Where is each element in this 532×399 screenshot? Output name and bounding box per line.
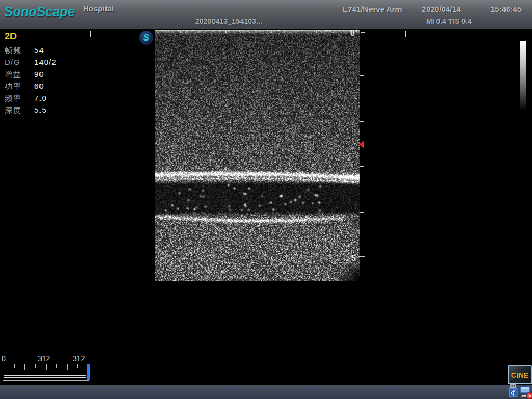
facility-name: Hospital xyxy=(83,4,114,13)
param-power: 功率60 xyxy=(5,82,57,94)
orientation-marker-icon: S xyxy=(139,31,153,45)
depth-ruler-tick xyxy=(358,256,365,257)
cine-button-label: CINE xyxy=(511,371,528,379)
usb-icon[interactable] xyxy=(508,384,518,398)
exam-time: 15:46:45 xyxy=(490,5,522,14)
depth-ruler-tick xyxy=(361,32,365,33)
focus-marker-icon[interactable] xyxy=(359,141,364,148)
header-bar: SonoScape Hospital L741/Nerve Arm 2020/0… xyxy=(0,0,532,29)
width-ruler-tick xyxy=(225,30,227,33)
param-value: 60 xyxy=(34,82,44,90)
param-dynamic-range: D/G140/2 xyxy=(5,58,57,70)
cine-track-line xyxy=(4,377,86,378)
depth-ruler-tick xyxy=(360,75,364,76)
ultrasound-screen: SonoScape Hospital L741/Nerve Arm 2020/0… xyxy=(0,0,532,399)
param-gain: 增益90 xyxy=(5,70,57,82)
footer-bar xyxy=(0,385,532,399)
width-ruler-tick xyxy=(316,30,317,33)
acoustic-indices: MI 0.4 TIS 0.4 xyxy=(426,17,472,25)
cine-frame-labels: 0 312 312 xyxy=(0,354,104,363)
param-label: 帧频 xyxy=(5,46,34,56)
network-error-badge: ✕ xyxy=(526,392,532,399)
depth-ruler-five-label: 5 xyxy=(351,254,356,263)
cine-current-label: 312 xyxy=(38,354,50,363)
cine-position-marker[interactable] xyxy=(87,364,90,380)
param-label: 频率 xyxy=(5,94,34,103)
depth-ruler-tick xyxy=(360,212,364,213)
cine-tick xyxy=(46,364,47,370)
probe-preset: L741/Nerve Arm xyxy=(343,5,402,14)
cine-tick xyxy=(67,364,68,370)
network-error-icon[interactable]: ✕ xyxy=(519,385,532,398)
width-ruler-tick xyxy=(180,30,181,33)
param-label: 增益 xyxy=(5,70,34,79)
param-label: 深度 xyxy=(5,105,34,115)
cine-tick xyxy=(56,364,57,368)
depth-ruler-tick xyxy=(360,166,364,167)
sonoscape-logo: SonoScape xyxy=(4,4,75,19)
imaging-parameters-panel: 2D 帧频54 D/G140/2 增益90 功率60 频率7.0 深度5.5 xyxy=(5,31,57,117)
param-label: D/G xyxy=(5,58,34,66)
study-id: 20200413_154103… xyxy=(195,17,263,25)
cine-tick xyxy=(24,364,25,370)
cine-tick xyxy=(35,364,36,368)
left-reference-tick xyxy=(90,31,91,37)
param-value: 54 xyxy=(34,46,44,55)
mode-label: 2D xyxy=(5,31,57,42)
param-label: 功率 xyxy=(5,82,34,91)
param-value: 140/2 xyxy=(34,58,57,66)
cine-scrubber[interactable] xyxy=(3,364,89,381)
cine-tick xyxy=(14,364,15,368)
cine-track-line xyxy=(4,375,86,376)
param-value: 7.0 xyxy=(34,94,47,102)
depth-ruler-zero-label: 0+ xyxy=(350,28,358,38)
param-value: 5.5 xyxy=(34,105,47,114)
depth-ruler-tick xyxy=(360,121,364,122)
cine-tick xyxy=(77,364,78,368)
param-frequency: 频率7.0 xyxy=(5,94,57,105)
grayscale-map-bar xyxy=(520,41,526,110)
width-ruler-tick xyxy=(271,30,272,33)
ultrasound-image[interactable] xyxy=(155,30,360,281)
param-depth: 深度5.5 xyxy=(5,105,57,117)
param-value: 90 xyxy=(34,70,44,78)
param-frame-rate: 帧频54 xyxy=(5,46,57,58)
exam-date: 2020/04/14 xyxy=(422,5,461,14)
cine-total-label: 312 xyxy=(73,354,85,363)
right-reference-tick xyxy=(405,31,406,37)
cine-button[interactable]: CINE xyxy=(508,365,532,384)
cine-start-label: 0 xyxy=(2,354,6,363)
